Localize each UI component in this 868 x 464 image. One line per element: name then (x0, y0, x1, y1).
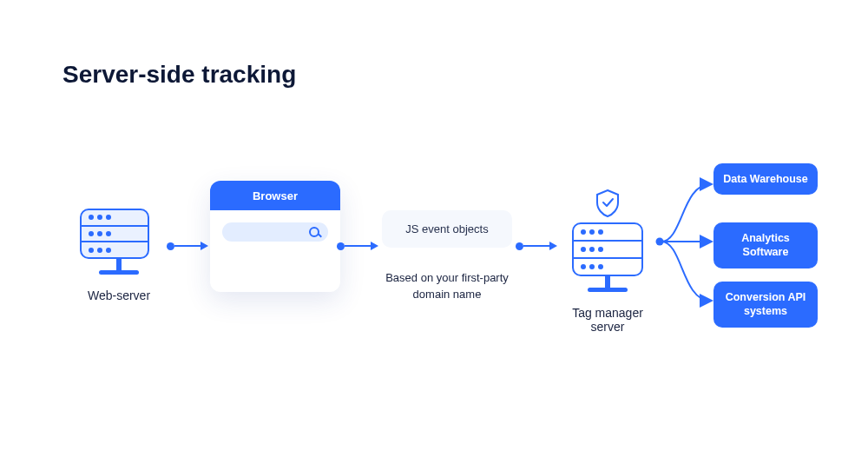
node-browser: Browser (210, 181, 340, 292)
server-icon (572, 222, 643, 276)
webserver-label: Web-server (80, 288, 158, 302)
arrow-jsevent-to-tagmanager (516, 242, 557, 250)
arrow-webserver-to-browser (167, 242, 208, 250)
node-webserver: Web-server (80, 209, 158, 302)
browser-title-text: Browser (253, 189, 298, 202)
destination-label: Data Warehouse (723, 173, 807, 185)
js-event-box: JS event objects (382, 210, 512, 248)
diagram-stage: Web-server Browser JS event objects Base… (0, 165, 868, 391)
node-tag-manager: Tag manager server (560, 189, 655, 334)
destination-data-warehouse: Data Warehouse (713, 163, 818, 195)
server-icon (80, 209, 149, 259)
shield-check-icon (595, 189, 620, 217)
page-title: Server-side tracking (62, 61, 296, 89)
destination-conversion-api: Conversion API systems (713, 282, 818, 328)
destination-label: Analytics Software (741, 232, 790, 258)
browser-titlebar: Browser (210, 181, 340, 210)
js-event-sublabel: Based on your first-party domain name (373, 270, 521, 303)
destination-analytics-software: Analytics Software (713, 222, 818, 268)
node-js-event: JS event objects Based on your first-par… (373, 210, 521, 303)
search-icon (222, 222, 328, 242)
branch-arrows (656, 165, 717, 330)
arrow-browser-to-jsevent (337, 242, 378, 250)
tag-manager-label: Tag manager server (560, 306, 655, 334)
destination-label: Conversion API systems (726, 291, 806, 317)
js-event-label: JS event objects (405, 222, 488, 235)
